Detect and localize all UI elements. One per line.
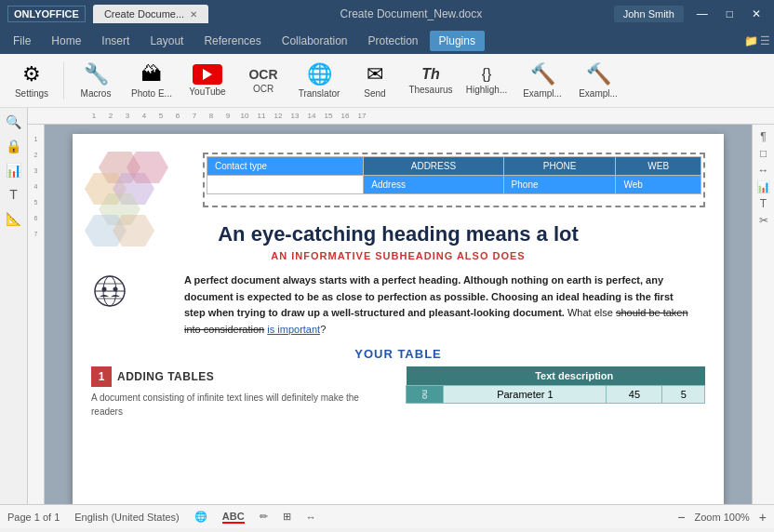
send-label: Send <box>364 88 385 100</box>
ocr-label: OCR <box>253 84 274 95</box>
sidebar-text-icon[interactable]: T <box>4 184 24 205</box>
sidebar-search-icon[interactable]: 🔍 <box>4 112 24 132</box>
youtube-label: YouTube <box>189 86 225 98</box>
language-selector[interactable]: English (United States) <box>74 512 180 523</box>
minimize-button[interactable]: — <box>691 6 714 22</box>
menu-layout[interactable]: Layout <box>140 31 193 51</box>
document-area[interactable]: Contact type ADDRESS PHONE WEB Address P… <box>45 125 752 504</box>
contact-table: Contact type ADDRESS PHONE WEB Address P… <box>207 156 701 194</box>
fit-width-icon[interactable]: ↔ <box>306 512 316 523</box>
example1-icon: 🔨 <box>530 62 555 86</box>
photo-editor-button[interactable]: 🏔 Photo E... <box>126 58 178 104</box>
example2-icon: 🔨 <box>586 62 611 86</box>
data-table: Text description no Parameter 1 45 5 <box>406 366 705 404</box>
link-text[interactable]: is important <box>267 324 320 335</box>
spellcheck-icon[interactable]: ABC <box>222 511 245 524</box>
tab-title: Create Docume... <box>104 8 184 20</box>
toolbar-separator-1 <box>63 62 64 100</box>
layout-view-icon[interactable]: ⊞ <box>283 511 291 523</box>
menu-file[interactable]: File <box>4 31 40 51</box>
toolbar: ⚙ Settings 🔧 Macros 🏔 Photo E... YouTube… <box>0 54 774 108</box>
editor-area: 🔍 🔒 📊 T 📐 1 2 3 4 5 6 7 8 9 10 11 12 13 … <box>0 108 774 504</box>
menu-insert[interactable]: Insert <box>92 31 139 51</box>
sidebar-lock-icon[interactable]: 🔒 <box>4 136 24 156</box>
menu-plugins[interactable]: Plugins <box>430 31 485 51</box>
photo-editor-label: Photo E... <box>131 88 172 100</box>
thesaurus-label: Thesaurus <box>408 85 452 96</box>
send-button[interactable]: ✉ Send <box>349 58 401 104</box>
svg-point-12 <box>102 287 107 292</box>
menu-home[interactable]: Home <box>42 31 90 51</box>
tab-close-icon[interactable]: ✕ <box>190 9 197 20</box>
param-cell: Parameter 1 <box>444 386 607 404</box>
ocr-icon: OCR <box>248 67 277 82</box>
zoom-minus-button[interactable]: − <box>677 510 685 525</box>
folder-icon[interactable]: 📁 <box>744 34 758 47</box>
thesaurus-icon: Th <box>421 66 440 83</box>
phone-header: PHONE <box>503 157 616 176</box>
hamburger-icon[interactable]: ☰ <box>760 34 770 47</box>
your-table-title: YOUR TABLE <box>91 347 705 361</box>
text-width-icon[interactable]: T <box>760 197 767 210</box>
globe-icon <box>91 273 128 310</box>
translator-button[interactable]: 🌐 Translator <box>293 58 345 104</box>
document-tab[interactable]: Create Docume... ✕ <box>93 5 208 23</box>
example2-button[interactable]: 🔨 Exampl... <box>572 58 624 104</box>
menu-references[interactable]: References <box>194 31 270 51</box>
globe-status-icon[interactable]: 🌐 <box>194 511 207 523</box>
menu-collaboration[interactable]: Collaboration <box>273 31 357 51</box>
highlight-button[interactable]: {} Highligh... <box>460 58 513 104</box>
sidebar-measure-icon[interactable]: 📐 <box>4 208 24 229</box>
main-content: 1 2 3 4 5 6 7 8 9 10 11 12 13 14 15 16 1… <box>28 108 774 504</box>
section-body: A document consisting of infinite text l… <box>91 391 391 419</box>
translator-label: Translator <box>299 88 340 100</box>
globe-icon-container <box>91 273 132 313</box>
settings-button[interactable]: ⚙ Settings <box>6 58 58 104</box>
val1-cell: 45 <box>607 386 662 404</box>
close-button[interactable]: ✕ <box>746 6 767 22</box>
title-bar-right: John Smith — □ ✕ <box>614 6 767 22</box>
example2-label: Exampl... <box>579 88 618 100</box>
macros-icon: 🔧 <box>84 62 109 86</box>
body-text-bold: A perfect document always starts with a … <box>184 274 674 318</box>
edit-icon[interactable]: ✏ <box>260 511 268 523</box>
thesaurus-button[interactable]: Th Thesaurus <box>405 58 457 104</box>
frame-icon[interactable]: □ <box>760 147 767 160</box>
contact-type-cell: Contact type <box>207 157 364 176</box>
youtube-icon <box>193 64 222 85</box>
settings-icon: ⚙ <box>22 62 41 86</box>
send-icon: ✉ <box>367 62 383 86</box>
val2-cell: 5 <box>662 386 705 404</box>
sidebar-chart-icon[interactable]: 📊 <box>4 160 24 180</box>
page-indicator: Page 1 of 1 <box>7 512 60 523</box>
right-sidebar: ¶ □ ↔ 📊 T ✂ <box>752 125 774 504</box>
section-number: 1 <box>91 366 112 387</box>
data-table-empty-header <box>407 366 444 386</box>
scissors-icon[interactable]: ✂ <box>759 214 768 227</box>
zoom-plus-button[interactable]: + <box>759 510 767 525</box>
contact-table-selection: Contact type ADDRESS PHONE WEB Address P… <box>203 153 705 207</box>
web-field: Web <box>616 176 701 194</box>
contact-type-empty <box>207 176 364 194</box>
body-section: A perfect document always starts with a … <box>91 273 705 338</box>
paragraph-icon[interactable]: ¶ <box>760 130 766 143</box>
ocr-button[interactable]: OCR OCR <box>237 58 289 104</box>
vertical-ruler: 1 2 3 4 5 6 7 <box>28 125 45 504</box>
chart-icon[interactable]: 📊 <box>756 180 770 193</box>
example1-button[interactable]: 🔨 Exampl... <box>516 58 568 104</box>
highlight-label: Highligh... <box>466 85 507 96</box>
maximize-button[interactable]: □ <box>721 6 739 22</box>
layout-icon[interactable]: ↔ <box>758 164 769 177</box>
hex-decoration <box>80 147 201 268</box>
menu-protection[interactable]: Protection <box>359 31 428 51</box>
title-bar-left: ONLYOFFICE Create Docume... ✕ <box>7 5 208 23</box>
macros-button[interactable]: 🔧 Macros <box>70 58 122 104</box>
document-page: Contact type ADDRESS PHONE WEB Address P… <box>73 134 724 504</box>
highlight-icon: {} <box>482 66 492 83</box>
youtube-button[interactable]: YouTube <box>181 58 234 104</box>
menu-bar: File Home Insert Layout References Colla… <box>0 28 774 54</box>
title-bar: ONLYOFFICE Create Docume... ✕ Create Doc… <box>0 0 774 28</box>
photo-editor-icon: 🏔 <box>141 62 162 86</box>
status-right: − Zoom 100% + <box>677 510 767 525</box>
right-table-section: Text description no Parameter 1 45 5 <box>406 366 705 419</box>
